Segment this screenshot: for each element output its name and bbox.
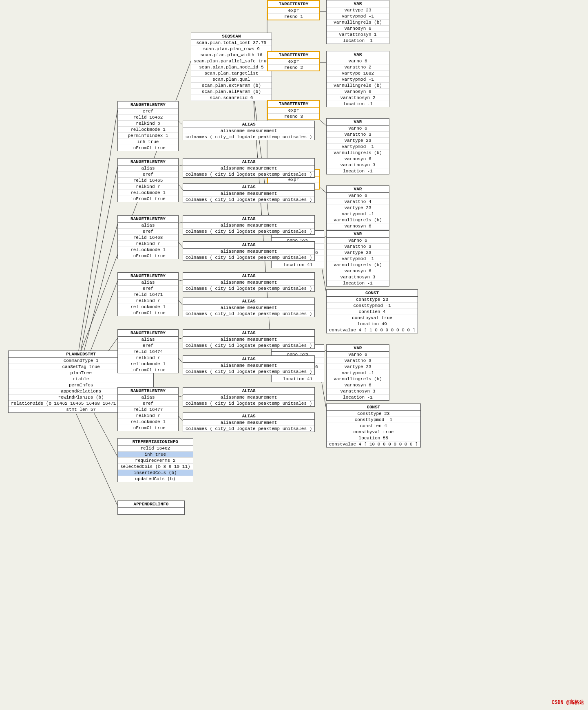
- const2-row-2: constlen 4: [327, 423, 420, 429]
- rteperminfo-row-3: selectedCols (b 8 9 10 11): [118, 464, 193, 470]
- seqscan-row-5: scan.plan.targetlist: [191, 71, 272, 77]
- var-opexpr2a-row-3: vartypmod -1: [327, 370, 389, 376]
- alias4b-node: ALIAS aliasname measurement colnames ( c…: [183, 298, 315, 317]
- rangetbl1-row-6: inFromCl true: [118, 145, 178, 151]
- rangetbl5-row-0: alias: [118, 337, 178, 343]
- targetentry2-row-0: expr: [268, 59, 319, 65]
- var2-row-7: location -1: [327, 101, 389, 107]
- var3-row-2: vartype 23: [327, 138, 389, 144]
- targetentry3-row-1: resno 3: [268, 114, 319, 119]
- var2-row-3: vartypmod -1: [327, 77, 389, 83]
- rteperminfo-row-0: relid 16462: [118, 445, 193, 452]
- var-opexpr2a-row-7: location -1: [327, 395, 389, 400]
- alias4a-row-0: aliasname measurement: [183, 280, 314, 286]
- alias3a-row-0: aliasname measurement: [183, 223, 314, 229]
- const2-row-5: constvalue 4 [ 10 0 0 0 0 0 0 0 ]: [327, 441, 420, 447]
- targetentry4-row-0: expr: [268, 177, 319, 183]
- rangetbl1-row-5: inh true: [118, 139, 178, 145]
- alias3b-row-1: colnames ( city_id logdate peaktemp unit…: [183, 255, 314, 260]
- rangetbl2-title: RANGETBLENTRY: [118, 159, 178, 165]
- rangetbl3-row-3: relkind r: [118, 241, 178, 247]
- var3-row-3: vartypmod -1: [327, 144, 389, 150]
- rangetbl6-row-5: inFromCl true: [118, 425, 178, 431]
- alias5b-row-1: colnames ( city_id logdate peaktemp unit…: [183, 369, 314, 375]
- watermark: CSDN @高格达: [552, 699, 584, 706]
- seqscan-title: SEQSCAN: [191, 33, 272, 40]
- rangetbl5-row-5: inFromCl true: [118, 367, 178, 373]
- var2-row-0: varno 6: [327, 58, 389, 64]
- alias5a-row-0: aliasname measurement: [183, 337, 314, 343]
- seqscan-row-6: scan.plan.qual: [191, 77, 272, 83]
- targetentry1-row-0: expr: [268, 8, 319, 14]
- const1-title: CONST: [327, 290, 418, 297]
- alias2a-title: ALIAS: [183, 159, 314, 165]
- var4-row-2: vartype 23: [327, 205, 389, 211]
- var-vartype23-row-4: vartattnosyn 1: [327, 32, 389, 38]
- var3-row-1: varattno 3: [327, 132, 389, 138]
- const1-row-3: constbyval true: [327, 315, 418, 321]
- alias5b-row-0: aliasname measurement: [183, 363, 314, 369]
- rteperminfo-row-2: requiredPerms 2: [118, 458, 193, 464]
- var-opexpr2a-row-1: varattno 3: [327, 358, 389, 364]
- var-opexpr2a-row-5: varnosyn 6: [327, 382, 389, 388]
- rangetbl3-row-1: eref: [118, 229, 178, 235]
- alias5b-node: ALIAS aliasname measurement colnames ( c…: [183, 355, 315, 375]
- seqscan-row-7: scan.plan.extParam (b): [191, 83, 272, 89]
- var3-node: VAR varno 6 varattno 3 vartype 23 vartyp…: [326, 118, 389, 174]
- alias2b-node: ALIAS aliasname measurement colnames ( c…: [183, 183, 315, 203]
- var-vartype23-title: VAR: [327, 0, 389, 7]
- const1-location: location 49: [327, 321, 418, 327]
- var2-row-5: varnosyn 6: [327, 89, 389, 95]
- var3-row-5: varnosyn 6: [327, 156, 389, 162]
- plannedstmt-row-3: rtable: [9, 376, 153, 382]
- var-vartype23-row-3: varnosyn 6: [327, 26, 389, 32]
- targetentry2-title: TARGETENTRY: [268, 52, 319, 59]
- rangetbl4-node: RANGETBLENTRY alias eref relid 16471 rel…: [117, 272, 179, 316]
- var-opexpr2a-node: VAR varno 6 varattno 3 vartype 23 vartyp…: [326, 344, 389, 401]
- var-opexpr1a-title: VAR: [327, 231, 389, 238]
- rangetbl3-title: RANGETBLENTRY: [118, 216, 178, 223]
- rteperminfo-row-5: updatedCols (b): [118, 476, 193, 482]
- alias3b-title: ALIAS: [183, 242, 314, 249]
- rteperminfo-row-4: insertedCols (b): [118, 470, 193, 476]
- targetentry1-title: TARGETENTRY: [268, 1, 319, 8]
- rangetbl6-title: RANGETBLENTRY: [118, 388, 178, 395]
- var-opexpr2a-row-6: varattnosyn 3: [327, 388, 389, 395]
- rangetbl2-row-1: eref: [118, 172, 178, 178]
- var-vartype23-row-5: location -1: [327, 38, 389, 44]
- rteperminfo-title: RTEPERMISSIONINFO: [118, 439, 193, 445]
- rangetbl1-title: RANGETBLENTRY: [118, 101, 178, 108]
- var-opexpr1a-row-6: varattnosyn 3: [327, 274, 389, 280]
- var4-row-1: varattno 4: [327, 199, 389, 205]
- rangetbl4-row-0: alias: [118, 280, 178, 286]
- targetentry2-row-1: resno 2: [268, 65, 319, 71]
- rangetbl2-row-5: inFromCl true: [118, 196, 178, 202]
- var4-row-3: vartypmod -1: [327, 211, 389, 217]
- alias6a-title: ALIAS: [183, 388, 314, 395]
- var3-row-4: varnullingrels (b): [327, 150, 389, 156]
- alias2b-row-0: aliasname measurement: [183, 191, 314, 197]
- alias2b-row-1: colnames ( city_id logdate peaktemp unit…: [183, 197, 314, 203]
- targetentry3-node: TARGETENTRY expr resno 3: [267, 100, 320, 120]
- alias6a-node: ALIAS aliasname measurement colnames ( c…: [183, 387, 315, 407]
- const2-row-3: constbyval true: [327, 429, 420, 435]
- appendrelinfo-node: APPENDRELINFO: [117, 501, 185, 515]
- alias4b-row-1: colnames ( city_id logdate peaktemp unit…: [183, 311, 314, 317]
- const1-row-1: consttypmod -1: [327, 303, 418, 309]
- rangetbl6-row-3: relkind r: [118, 413, 178, 419]
- var-opexpr1a-row-7: location -1: [327, 280, 389, 286]
- alias1a-title: ALIAS: [183, 121, 314, 128]
- diagram-container: PLANNEDSTMT commandType 1 canSetTag true…: [0, 0, 588, 710]
- alias6a-row-0: aliasname measurement: [183, 395, 314, 401]
- const1-row-5: constvalue 4 [ 1 0 0 0 0 0 0 0 ]: [327, 327, 418, 333]
- const1-row-2: constlen 4: [327, 309, 418, 315]
- appendrelinfo-title: APPENDRELINFO: [118, 501, 184, 508]
- rangetbl6-row-0: alias: [118, 395, 178, 401]
- rangetbl5-title: RANGETBLENTRY: [118, 330, 178, 337]
- var2-row-1: varattno 2: [327, 64, 389, 71]
- rangetbl1-node: RANGETBLENTRY eref relid 16462 relkind p…: [117, 101, 179, 151]
- alias1a-row-0: aliasname measurement: [183, 128, 314, 134]
- rangetbl1-row-1: relid 16462: [118, 115, 178, 121]
- alias6b-row-1: colnames ( city_id logdate peaktemp unit…: [183, 426, 314, 432]
- var2-row-2: vartype 1082: [327, 71, 389, 77]
